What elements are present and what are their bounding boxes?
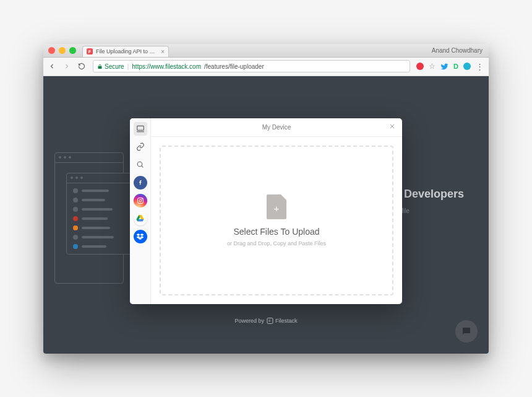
svg-point-1 [137,162,142,167]
filestack-logo-icon: F [267,318,273,324]
source-my-device[interactable] [134,122,147,136]
secure-label: Secure [105,63,124,70]
forward-button[interactable] [63,63,72,70]
extension-icon[interactable] [463,63,471,70]
maximize-window-button[interactable] [69,47,76,54]
close-window-button[interactable] [48,47,55,54]
secure-lock-icon: Secure [97,63,124,70]
dropzone-title: Select Files To Upload [233,227,319,237]
powered-by-label: Powered by [234,318,264,324]
file-add-icon: + [267,194,286,219]
file-dropzone[interactable]: + Select Files To Upload or Drag and Dro… [160,146,393,295]
chat-launcher-button[interactable] [455,320,478,342]
bookmark-star-icon[interactable]: ☆ [429,62,435,71]
tab-strip: F File Uploading API to Power Yo × [82,44,169,57]
page-content: or Developers ur end users to more ives … [43,76,489,354]
url-input[interactable]: Secure | https://www.filestack.com/featu… [93,60,410,72]
back-button[interactable] [48,63,57,70]
source-link[interactable] [134,140,147,154]
extension-icons: ☆ D ⋮ [416,62,484,71]
reload-button[interactable] [78,63,87,70]
file-uploader-dialog: My Device + Select Files To Upload or Dr… [130,118,402,304]
svg-point-4 [142,198,142,199]
powered-by-footer: Powered by F Filestack [234,318,297,324]
browser-menu-icon[interactable]: ⋮ [476,62,484,71]
source-search[interactable] [134,158,147,172]
extension-icon[interactable]: D [453,63,458,70]
source-facebook[interactable] [134,176,147,190]
twitter-extension-icon[interactable] [440,63,448,71]
browser-tab[interactable]: F File Uploading API to Power Yo × [82,46,169,57]
tab-close-icon[interactable]: × [161,48,165,55]
url-path: /features/file-uploader [204,63,264,70]
uploader-header: My Device [151,118,402,137]
minimize-window-button[interactable] [59,47,66,54]
background-illustration [54,152,124,284]
address-bar: Secure | https://www.filestack.com/featu… [43,58,489,76]
brand-name: Filestack [275,318,298,324]
close-icon[interactable] [388,122,396,132]
traffic-lights [48,47,76,54]
uploader-title: My Device [262,124,291,131]
browser-profile-label[interactable]: Anand Chowdhary [432,47,483,54]
tab-favicon-icon: F [87,48,93,55]
url-host: https://www.filestack.com [132,63,201,70]
extension-icon[interactable] [416,63,424,70]
source-googledrive[interactable] [134,212,147,225]
uploader-main: My Device + Select Files To Upload or Dr… [151,118,402,304]
dropzone-subtitle: or Drag and Drop, Copy and Paste Files [227,240,326,246]
svg-point-3 [139,199,142,202]
browser-window: F File Uploading API to Power Yo × Anand… [43,44,489,354]
svg-rect-0 [137,126,144,130]
tab-title: File Uploading API to Power Yo [96,48,158,55]
source-instagram[interactable] [134,194,147,207]
window-titlebar: F File Uploading API to Power Yo × Anand… [43,44,489,58]
uploader-source-sidebar [130,118,151,304]
source-dropbox[interactable] [134,230,147,243]
